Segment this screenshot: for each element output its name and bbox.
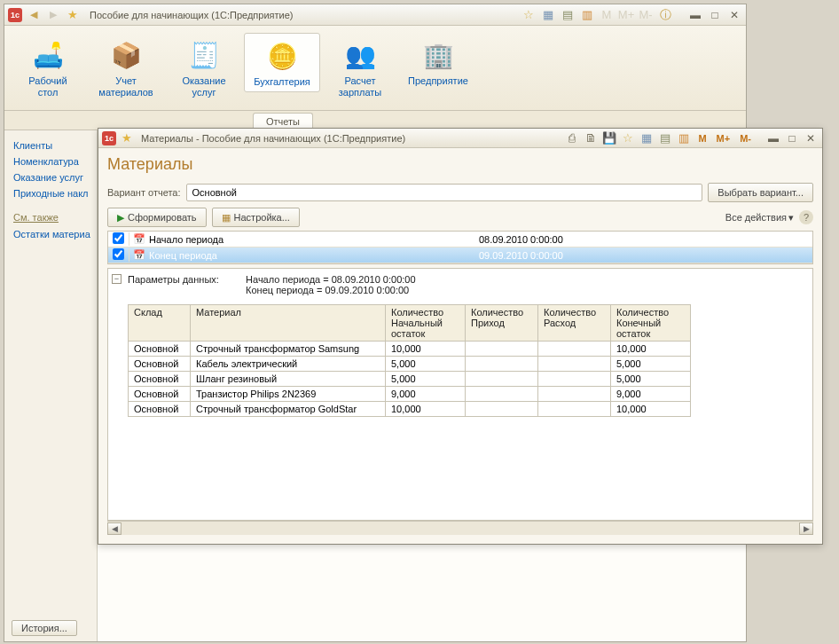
period-checkbox[interactable] xyxy=(108,232,129,246)
col-header: КоличествоПриход xyxy=(466,305,538,342)
table-row[interactable]: ОсновнойТранзистор Philips 2N23699,0009,… xyxy=(129,387,691,402)
report-minimize-button[interactable]: ▬ xyxy=(765,130,781,146)
variant-input[interactable] xyxy=(186,184,703,201)
close-button[interactable]: ✕ xyxy=(726,7,742,23)
period-row-0[interactable]: 📅Начало периода08.09.2010 0:00:00 xyxy=(108,232,812,247)
calendar-icon[interactable]: ▥ xyxy=(579,7,595,23)
scroll-left-button[interactable]: ◀ xyxy=(107,522,122,535)
toolbar-icon: 🧾 xyxy=(185,36,223,74)
app-icon: 1c xyxy=(8,8,22,22)
minimize-button[interactable]: ▬ xyxy=(687,7,703,23)
sidebar-see-also-header: См. также xyxy=(13,212,95,223)
calc2-icon[interactable]: ▤ xyxy=(657,130,673,146)
report-output: − Параметры данных: Начало периода = 08.… xyxy=(107,268,813,521)
tool-icon-1[interactable]: ▦ xyxy=(540,7,556,23)
report-app-icon: 1c xyxy=(102,131,116,145)
toolbar-item-3[interactable]: 🪙Бухгалтерия xyxy=(244,33,320,92)
horizontal-scrollbar[interactable]: ◀ ▶ xyxy=(107,521,813,535)
sidebar-seealso-0[interactable]: Остатки материа xyxy=(13,226,95,242)
mminus-faded[interactable]: M- xyxy=(638,7,654,23)
report-close-button[interactable]: ✕ xyxy=(803,130,819,146)
cell-material: Кабель электрический xyxy=(191,357,386,372)
col-header: КоличествоКонечныйостаток xyxy=(611,305,691,342)
sidebar-link-1[interactable]: Номенклатура xyxy=(13,153,95,169)
toolbar-item-1[interactable]: 📦Учетматериалов xyxy=(88,33,164,102)
sidebar: КлиентыНоменклатураОказание услугПриходн… xyxy=(4,130,97,641)
form-button-label: Сформировать xyxy=(128,212,197,223)
cell-out xyxy=(538,372,611,387)
star2-icon[interactable]: ☆ xyxy=(620,130,636,146)
collapse-toggle[interactable]: − xyxy=(112,274,122,284)
table-row[interactable]: ОсновнойКабель электрический5,0005,000 xyxy=(129,357,691,372)
period-checkbox[interactable] xyxy=(108,248,129,262)
table-row[interactable]: ОсновнойШланг резиновый5,0005,000 xyxy=(129,372,691,387)
sidebar-link-2[interactable]: Оказание услуг xyxy=(13,169,95,185)
maximize-button[interactable]: □ xyxy=(707,7,723,23)
table-row[interactable]: ОсновнойСтрочный трансформатор Samsung10… xyxy=(129,342,691,357)
m-faded[interactable]: M xyxy=(599,7,615,23)
variant-label: Вариант отчета: xyxy=(107,187,181,198)
scroll-right-button[interactable]: ▶ xyxy=(799,522,813,535)
nav-forward-button[interactable]: ▶ xyxy=(45,7,61,23)
all-actions-dropdown[interactable]: Все действия ▾ xyxy=(725,212,794,224)
toolbar-item-5[interactable]: 🏢Предприятие xyxy=(400,33,476,90)
sidebar-link-3[interactable]: Приходные накл xyxy=(13,185,95,201)
favorite-icon[interactable]: ★ xyxy=(65,7,81,23)
toolbar-item-4[interactable]: 👥Расчетзарплаты xyxy=(322,33,398,102)
all-actions-label: Все действия xyxy=(725,212,787,223)
cell-in xyxy=(466,372,538,387)
chevron-down-icon: ▾ xyxy=(788,212,794,224)
preview-icon[interactable]: 🗎 xyxy=(583,130,599,146)
toolbar-icon: 🛋️ xyxy=(29,36,67,74)
grid-icon[interactable]: ▦ xyxy=(639,130,655,146)
m-button[interactable]: M xyxy=(694,133,710,144)
period-label: 📅Начало периода xyxy=(129,233,475,245)
toolbar-item-0[interactable]: 🛋️Рабочийстол xyxy=(10,33,86,102)
info-icon[interactable]: ⓘ xyxy=(657,7,673,23)
cell-out xyxy=(538,342,611,357)
toolbar-item-2[interactable]: 🧾Оказаниеуслуг xyxy=(166,33,242,102)
period-grid: 📅Начало периода08.09.2010 0:00:00📅Конец … xyxy=(107,231,813,264)
choose-variant-button[interactable]: Выбрать вариант... xyxy=(708,183,813,202)
cell-warehouse: Основной xyxy=(129,342,191,357)
cell-in xyxy=(466,402,538,417)
col-header: КоличествоРасход xyxy=(538,305,611,342)
main-window-title: Пособие для начинающих (1С:Предприятие) xyxy=(90,10,517,20)
star-outline-icon[interactable]: ☆ xyxy=(521,7,537,23)
help-icon[interactable]: ? xyxy=(799,210,813,224)
settings-icon: ▦ xyxy=(222,212,231,224)
toolbar-label: Расчетзарплаты xyxy=(324,75,396,98)
main-titlebar: 1c ◀ ▶ ★ Пособие для начинающих (1С:Пред… xyxy=(4,4,746,26)
col-header: Склад xyxy=(129,305,191,342)
cell-start: 9,000 xyxy=(386,387,466,402)
cell-end: 10,000 xyxy=(611,402,691,417)
cell-start: 10,000 xyxy=(386,402,466,417)
data-table: СкладМатериалКоличествоНачальныйостатокК… xyxy=(128,304,691,417)
report-body: Материалы Вариант отчета: Выбрать вариан… xyxy=(98,148,822,544)
calculator-icon[interactable]: ▤ xyxy=(560,7,576,23)
report-star-icon[interactable]: ★ xyxy=(119,130,135,146)
period-value: 09.09.2010 0:00:00 xyxy=(475,250,812,261)
cell-end: 5,000 xyxy=(611,372,691,387)
cell-warehouse: Основной xyxy=(129,357,191,372)
cell-end: 5,000 xyxy=(611,357,691,372)
report-maximize-button[interactable]: □ xyxy=(784,130,800,146)
form-button[interactable]: ▶ Сформировать xyxy=(107,208,207,227)
period-row-1[interactable]: 📅Конец периода09.09.2010 0:00:00 xyxy=(108,247,812,263)
history-button[interactable]: История... xyxy=(12,620,77,636)
calendar2-icon[interactable]: ▥ xyxy=(676,130,692,146)
cell-material: Строчный трансформатор GoldStar xyxy=(191,402,386,417)
m-plus-button[interactable]: M+ xyxy=(713,133,734,144)
col-header: Материал xyxy=(191,305,386,342)
save-icon[interactable]: 💾 xyxy=(601,130,617,146)
toolbar-label: Оказаниеуслуг xyxy=(168,75,240,98)
print-icon[interactable]: ⎙ xyxy=(564,130,580,146)
params-title: Параметры данных: xyxy=(128,274,243,285)
mplus-faded[interactable]: M+ xyxy=(618,7,634,23)
cell-in xyxy=(466,387,538,402)
m-minus-button[interactable]: M- xyxy=(736,133,755,144)
sidebar-link-0[interactable]: Клиенты xyxy=(13,137,95,153)
settings-button[interactable]: ▦ Настройка... xyxy=(212,208,300,227)
nav-back-button[interactable]: ◀ xyxy=(26,7,42,23)
table-row[interactable]: ОсновнойСтрочный трансформатор GoldStar1… xyxy=(129,402,691,417)
